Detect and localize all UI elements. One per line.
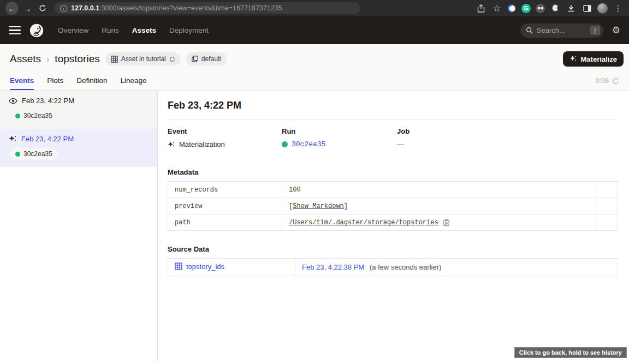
page-header: Assets › topstories Asset in tutorial de… bbox=[0, 44, 629, 91]
tab-plots[interactable]: Plots bbox=[47, 72, 63, 90]
run-label: Run bbox=[282, 127, 397, 135]
downloads-icon[interactable] bbox=[566, 3, 577, 14]
run-id-pill[interactable]: 30c2ea35 bbox=[10, 110, 58, 122]
breadcrumb-current-asset: topstories bbox=[55, 53, 99, 65]
grammarly-letter: G bbox=[524, 5, 529, 11]
event-list-sidebar: Feb 23, 4:22 PM 30c2ea35 Feb 23, 4:22 PM… bbox=[0, 91, 158, 361]
share-icon[interactable] bbox=[476, 3, 486, 14]
extension-icon-blue[interactable] bbox=[507, 4, 517, 13]
run-id: 30c2ea35 bbox=[23, 112, 52, 120]
table-grid-icon bbox=[111, 56, 118, 63]
nav-item-assets[interactable]: Assets bbox=[132, 26, 156, 34]
browser-menu-icon[interactable]: ⋮ bbox=[613, 3, 624, 14]
breadcrumb-separator: › bbox=[46, 55, 49, 64]
asset-group-badge[interactable]: Asset in tutorial bbox=[105, 52, 181, 65]
metadata-key: path bbox=[168, 214, 282, 231]
hamburger-menu-icon[interactable] bbox=[9, 26, 21, 35]
sparkle-icon bbox=[569, 55, 577, 63]
url-text: 127.0.0.1:3000/assets/topstories?view=ev… bbox=[71, 4, 282, 12]
search-placeholder: Search... bbox=[537, 26, 586, 34]
nav-item-runs[interactable]: Runs bbox=[102, 26, 119, 34]
nav-links: Overview Runs Assets Deployment bbox=[58, 26, 209, 34]
nav-right: Search... / ⚙ bbox=[520, 23, 620, 38]
materialize-button[interactable]: Materialize bbox=[563, 51, 624, 67]
run-id-link[interactable]: 30c2ea35 bbox=[292, 140, 325, 148]
tab-events[interactable]: Events bbox=[10, 72, 34, 90]
extensions-puzzle-icon[interactable] bbox=[550, 3, 561, 14]
metadata-key: preview bbox=[168, 198, 282, 214]
table-row: topstory_ids Feb 23, 4:22:38 PM (a few s… bbox=[168, 259, 618, 276]
browser-forward-button[interactable]: → bbox=[21, 2, 34, 15]
run-status-dot bbox=[15, 152, 20, 157]
metadata-value: [Show Markdown] bbox=[282, 198, 596, 214]
browser-back-button[interactable]: ← bbox=[5, 2, 19, 15]
repo-badge[interactable]: default bbox=[186, 52, 227, 65]
nav-item-deployment[interactable]: Deployment bbox=[169, 26, 209, 34]
reload-small-icon[interactable] bbox=[169, 56, 175, 62]
event-detail-title: Feb 23, 4:22 PM bbox=[168, 100, 618, 111]
job-label: Job bbox=[397, 127, 410, 135]
bracket: ] bbox=[344, 202, 348, 210]
tab-definition[interactable]: Definition bbox=[76, 72, 107, 90]
show-markdown-link[interactable]: Show Markdown bbox=[293, 202, 344, 210]
url-host: 127.0.0.1 bbox=[71, 4, 99, 12]
side-panel-icon[interactable] bbox=[581, 3, 592, 14]
browser-action-icons: ☆ G ⋮ bbox=[476, 3, 624, 14]
metadata-key: num_records bbox=[168, 182, 282, 198]
clipboard-copy-icon[interactable] bbox=[443, 219, 450, 226]
nav-item-overview[interactable]: Overview bbox=[58, 26, 88, 34]
workspace-copy-icon bbox=[192, 56, 198, 62]
table-row: path /Users/tim/.dagster/storage/topstor… bbox=[168, 214, 618, 231]
browser-reload-button[interactable] bbox=[36, 2, 49, 15]
breadcrumb-assets-link[interactable]: Assets bbox=[10, 53, 41, 65]
divider bbox=[168, 120, 618, 120]
refresh-icon[interactable] bbox=[612, 77, 619, 85]
goggles-extension-icon[interactable] bbox=[536, 4, 545, 13]
search-input[interactable]: Search... / bbox=[520, 23, 603, 38]
event-label: Event bbox=[168, 127, 282, 135]
metadata-table: num_records 100 preview [Show Markdown] … bbox=[168, 181, 618, 231]
asset-tabs: Events Plots Definition Lineage 0:06 bbox=[0, 72, 629, 90]
path-link[interactable]: /Users/tim/.dagster/storage/topstories bbox=[289, 219, 438, 226]
metadata-value: /Users/tim/.dagster/storage/topstories bbox=[282, 214, 596, 231]
source-event-time-link[interactable]: Feb 23, 4:22:38 PM bbox=[302, 263, 364, 271]
address-bar[interactable]: i 127.0.0.1:3000/assets/topstories?view=… bbox=[55, 2, 360, 14]
event-time: Feb 23, 4:22 PM bbox=[21, 135, 74, 143]
source-asset-link[interactable]: topstory_ids bbox=[175, 262, 224, 271]
run-status-dot bbox=[282, 141, 288, 147]
tab-lineage[interactable]: Lineage bbox=[121, 72, 147, 90]
url-path: :3000/assets/topstories?view=events&time… bbox=[99, 4, 282, 12]
table-grid-icon bbox=[175, 262, 182, 270]
run-id: 30c2ea35 bbox=[23, 150, 52, 158]
event-type-value: Materialization bbox=[179, 140, 225, 148]
event-detail-panel: Feb 23, 4:22 PM Event Materialization Ru… bbox=[158, 91, 629, 361]
bookmark-star-icon[interactable]: ☆ bbox=[491, 3, 502, 14]
empty-cell bbox=[596, 198, 618, 214]
materialization-sparkle-icon bbox=[168, 141, 175, 148]
metadata-section-title: Metadata bbox=[168, 168, 618, 176]
reload-icon bbox=[39, 4, 46, 12]
search-icon bbox=[526, 27, 533, 34]
grammarly-icon[interactable]: G bbox=[521, 4, 531, 13]
page-info-icon[interactable]: i bbox=[60, 5, 67, 12]
search-shortcut-key: / bbox=[590, 26, 600, 35]
profile-avatar[interactable] bbox=[597, 3, 608, 14]
run-id-pill[interactable]: 30c2ea35 bbox=[10, 148, 58, 160]
empty-cell bbox=[596, 214, 618, 231]
materialization-sparkle-icon bbox=[9, 135, 17, 143]
source-asset-name: topstory_ids bbox=[186, 262, 224, 271]
event-list-item-observation[interactable]: Feb 23, 4:22 PM 30c2ea35 bbox=[0, 91, 157, 129]
run-status-dot bbox=[15, 114, 20, 118]
table-row: preview [Show Markdown] bbox=[168, 198, 618, 214]
metadata-value: 100 bbox=[282, 182, 596, 198]
dagster-logo bbox=[28, 22, 45, 39]
repo-badge-label: default bbox=[201, 55, 221, 63]
empty-cell bbox=[596, 182, 618, 198]
settings-gear-icon[interactable]: ⚙ bbox=[612, 25, 620, 36]
event-time: Feb 23, 4:22 PM bbox=[22, 97, 74, 105]
table-row: num_records 100 bbox=[168, 182, 618, 198]
browser-toolbar: ← → i 127.0.0.1:3000/assets/topstories?v… bbox=[0, 0, 629, 16]
refresh-timer: 0:06 bbox=[596, 77, 609, 85]
materialize-button-label: Materialize bbox=[581, 55, 617, 63]
event-list-item-materialization[interactable]: Feb 23, 4:22 PM 30c2ea35 bbox=[0, 129, 157, 167]
